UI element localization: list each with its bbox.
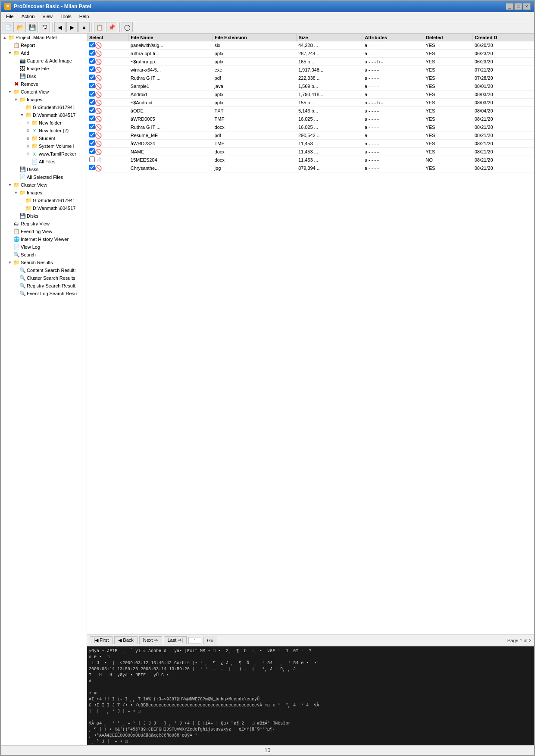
sidebar-item-tamilrocker[interactable]: ⊕ x www.TamilRocker: [1, 150, 87, 158]
row-checkbox[interactable]: [89, 124, 95, 129]
open-button[interactable]: 📂: [15, 22, 26, 32]
sidebar-item-registrysearch[interactable]: 🔍 Registry Search Result:: [1, 282, 87, 290]
first-button[interactable]: |◀ First: [90, 636, 113, 644]
sidebar-item-disks[interactable]: 💾 Disks: [1, 166, 87, 173]
sidebar-item-images[interactable]: ▼ 📁 Images: [1, 96, 87, 103]
sidebar-item-d-vanmathi[interactable]: ▼ 📁 D:\Vanmathi\604517: [1, 111, 87, 119]
sidebar-label: Image File: [27, 66, 49, 71]
new-button[interactable]: 📄: [3, 22, 14, 32]
table-row[interactable]: 🚫~$Androidpptx155 b...a - - - h -YES08/0…: [88, 99, 534, 107]
sidebar-item-newfolder2[interactable]: ⊕ x New folder (2): [1, 127, 87, 134]
sidebar-item-searchresults[interactable]: ▼ 📁 Search Results: [1, 259, 87, 266]
sidebar-item-add[interactable]: ▼ 📁 Add: [1, 49, 87, 57]
table-row[interactable]: 🚫Ruthra G IT ...pdf222,338 ...a - - - -Y…: [88, 74, 534, 82]
sidebar-item-imagefile[interactable]: 🖼 Image File: [1, 65, 87, 72]
sidebar-item-g-student[interactable]: 📁 G:\Student\1617941: [1, 103, 87, 111]
sidebar-item-search[interactable]: 🔍 Search: [1, 251, 87, 259]
table-row[interactable]: 🚫winrar-x64-5...exe1,917,048...a - - - -…: [88, 66, 534, 74]
cell-attributes: a - - - -: [363, 50, 424, 58]
table-row[interactable]: 🚫NAMEdocx11,453 ...a - - - -YES08/21/20: [88, 148, 534, 156]
sidebar-item-contentsearch[interactable]: 🔍 Content Search Result:: [1, 266, 87, 274]
sidebar-item-student[interactable]: ⊕ 📁 Student: [1, 134, 87, 142]
close-button[interactable]: ✕: [523, 3, 531, 10]
next-button[interactable]: Next ⇒: [139, 636, 162, 644]
sidebar-item-viewlog[interactable]: 📄 View Log: [1, 243, 87, 251]
go-button[interactable]: Go: [203, 637, 217, 644]
sidebar-item-clus-images[interactable]: ▼ 📁 Images: [1, 189, 87, 197]
table-row[interactable]: 🚫Chrysanthe...jpg879,394 ...a - - - -YES…: [88, 164, 534, 172]
forbidden-icon: 🚫: [95, 100, 102, 106]
page-input[interactable]: [188, 637, 201, 644]
sidebar-item-clustersearch[interactable]: 🔍 Cluster Search Results: [1, 274, 87, 282]
forward-button[interactable]: ▶: [66, 22, 78, 32]
sidebar-item-contentview[interactable]: ▼ 📁 Content View: [1, 88, 87, 96]
sidebar-item-newfolder[interactable]: ⊕ 📁 New folder: [1, 119, 87, 127]
save-button[interactable]: 💾: [27, 22, 38, 32]
copy-button[interactable]: 📋: [94, 22, 105, 32]
sidebar-item-remove[interactable]: ✖ Remove: [1, 80, 87, 88]
menu-action[interactable]: Action: [18, 13, 38, 20]
table-row[interactable]: 🚫ruthra-ppt-fi...pptx287,244 ...a - - - …: [88, 50, 534, 58]
row-checkbox[interactable]: [89, 107, 95, 113]
sidebar-item-capture[interactable]: 📷 Capture & Add Image: [1, 57, 87, 65]
row-checkbox[interactable]: [89, 148, 95, 154]
table-row[interactable]: 🚫Ruthra G IT ...docx16,025 ...a - - - -Y…: [88, 123, 534, 131]
sidebar-item-systemvol[interactable]: ⊕ 📁 System Volume I: [1, 142, 87, 150]
sidebar-item-allselfiles[interactable]: 📄 All Selected Files: [1, 173, 87, 181]
table-row[interactable]: 🚫Sample1java1,569 b...a - - - -YES08/01/…: [88, 82, 534, 91]
row-checkbox[interactable]: [89, 99, 95, 105]
back-nav-button[interactable]: ◀ Back: [114, 636, 138, 644]
sidebar-item-disk[interactable]: 💾 Disk: [1, 72, 87, 80]
last-button[interactable]: Last ⇒|: [164, 636, 187, 644]
sidebar-item-internethistory[interactable]: 🌐 Internet History Viewer: [1, 235, 87, 243]
menu-view[interactable]: View: [39, 13, 56, 20]
table-row[interactable]: 🚫åWRD0005TMP16,025 ...a - - - -YES08/21/…: [88, 115, 534, 123]
sidebar-item-allfiles[interactable]: 📄 All Files: [1, 158, 87, 166]
row-checkbox[interactable]: [89, 75, 95, 80]
disk-button[interactable]: 🖫: [39, 22, 50, 32]
up-button[interactable]: ▲: [78, 22, 90, 32]
menu-file[interactable]: File: [3, 13, 17, 20]
sidebar-item-clus-disks[interactable]: 💾 Disks: [1, 212, 87, 220]
sidebar-item-eventlogsearch[interactable]: 🔍 Event Log Search Resu: [1, 290, 87, 297]
sidebar-item-clus-d-vanmathi[interactable]: 📁 D:\Vanmathi\604517: [1, 204, 87, 212]
table-row[interactable]: 🚫Resume_MEpdf290,542 ...a - - - -YES08/2…: [88, 131, 534, 140]
row-checkbox[interactable]: [89, 140, 95, 146]
sidebar-item-registryview[interactable]: 🗂 Registry View: [1, 220, 87, 228]
excel-icon: x: [31, 128, 38, 134]
sidebar-item-clus-g-student[interactable]: 📁 G:\Student\1617941: [1, 197, 87, 204]
sidebar-item-clusterview[interactable]: ▼ 📁 Cluster View: [1, 181, 87, 189]
menu-tools[interactable]: Tools: [57, 13, 75, 20]
capture-icon: 📷: [19, 58, 26, 64]
row-checkbox[interactable]: [89, 165, 95, 170]
minimize-button[interactable]: _: [506, 3, 513, 10]
row-checkbox[interactable]: [89, 91, 95, 97]
sidebar-item-report[interactable]: 📋 Report: [1, 41, 87, 49]
cell-size: 1,917,048...: [297, 66, 363, 74]
restore-button[interactable]: □: [514, 3, 522, 10]
table-row[interactable]: 🚫åWRD2324TMP11,453 ...a - - - -YES08/21/…: [88, 140, 534, 148]
row-checkbox[interactable]: [89, 42, 95, 47]
row-checkbox[interactable]: [89, 83, 95, 88]
cell-select: 🚫: [88, 74, 129, 82]
row-checkbox[interactable]: [89, 58, 95, 64]
expand-icon: ⊕: [25, 151, 31, 157]
back-button[interactable]: ◀: [54, 22, 66, 32]
table-row[interactable]: 🚫åODETXT5,146 b...a - - - -YES08/04/20: [88, 107, 534, 115]
table-row[interactable]: 🚫Androidpptx1,793,418...a - - - -YES08/0…: [88, 91, 534, 99]
main-area: ▲ 📁 Project -Milan Patel 📋 Report ▼ 📁 Ad…: [1, 34, 534, 745]
sidebar-item-eventlogview[interactable]: 📋 EventLog View: [1, 228, 87, 235]
row-checkbox[interactable]: [89, 66, 95, 72]
table-row[interactable]: 📄15MEES204docx11,453 ...a - - - -NO08/21…: [88, 156, 534, 164]
table-row[interactable]: 🚫~$ruthra·pp...pptx165 b...a - - - h -YE…: [88, 58, 534, 66]
paste-button[interactable]: 📌: [106, 22, 117, 32]
row-checkbox[interactable]: [89, 116, 95, 121]
extra-button[interactable]: ◯: [122, 22, 133, 32]
row-checkbox[interactable]: [89, 50, 95, 56]
sidebar-item-project[interactable]: ▲ 📁 Project -Milan Patel: [1, 34, 87, 41]
menu-help[interactable]: Help: [76, 13, 93, 20]
forbidden-icon: 🚫: [95, 67, 102, 73]
row-checkbox[interactable]: [89, 132, 95, 137]
row-checkbox[interactable]: [89, 156, 95, 162]
table-row[interactable]: 🚫panelwith∂alg...six44,228 ...a - - - -Y…: [88, 41, 534, 50]
